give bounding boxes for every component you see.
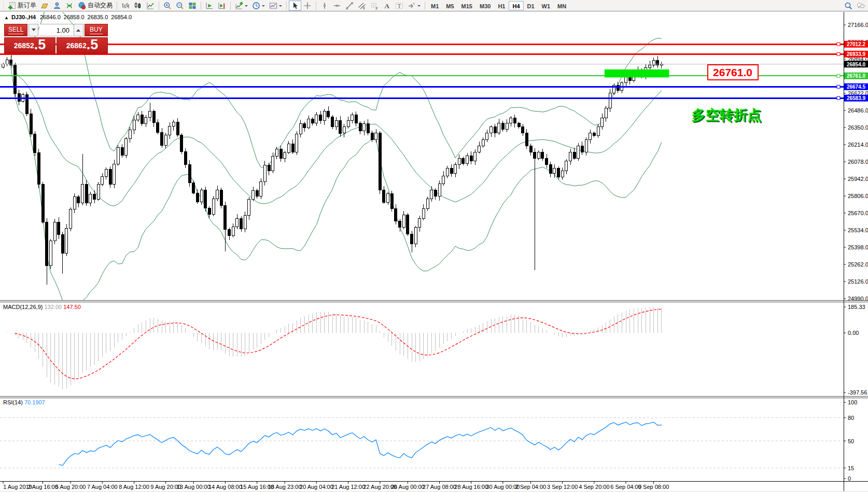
- toolbar-separator: [159, 2, 159, 10]
- highlight-rectangle[interactable]: [605, 69, 669, 78]
- timeframe-m15-button[interactable]: M15: [458, 1, 476, 10]
- signals-button[interactable]: [63, 1, 76, 11]
- line-handle[interactable]: [837, 43, 840, 46]
- timeframe-d1-button[interactable]: D1: [524, 1, 538, 10]
- sell-button[interactable]: SELL: [4, 24, 27, 36]
- timeframe-m1-button[interactable]: M1: [427, 1, 442, 10]
- fibonacci-icon: F: [370, 2, 379, 10]
- hline-icon: [333, 2, 341, 10]
- volume-down-icon: [32, 29, 36, 33]
- annotation-text[interactable]: 多空转折点多空转折点: [692, 107, 763, 124]
- svg-text:0.00: 0.00: [848, 330, 859, 336]
- buy-button[interactable]: BUY: [85, 24, 108, 36]
- ohlc-low: 26835.0: [88, 14, 108, 20]
- svg-text:26854.0: 26854.0: [847, 62, 866, 67]
- toolbar: 新订单自动交易EFATM1M5M15M30H1H4D1W1MN: [0, 0, 868, 11]
- line-chart-button[interactable]: [144, 1, 157, 11]
- chart-area[interactable]: 26761.0多空转折点多空转折点MACD(12,26,9) 132.00 14…: [0, 12, 868, 492]
- svg-text:2 Aug 16:00: 2 Aug 16:00: [27, 484, 58, 490]
- timeframe-m5-button[interactable]: M5: [442, 1, 457, 10]
- toolbar-separator: [230, 2, 231, 10]
- line-handle[interactable]: [837, 85, 840, 88]
- sell-price[interactable]: 26852.5: [4, 37, 55, 53]
- search-icon: [844, 2, 852, 10]
- timeframe-h4-button[interactable]: H4: [509, 1, 523, 10]
- timeframe-m30-button[interactable]: M30: [476, 1, 494, 10]
- svg-text:15: 15: [848, 465, 854, 471]
- svg-text:-397.56: -397.56: [848, 389, 867, 396]
- zoom-in-button[interactable]: [161, 1, 174, 11]
- toolbar-separator: [425, 2, 425, 10]
- timeframe-mn-button[interactable]: MN: [554, 1, 570, 10]
- ohlc-high: 26858.0: [64, 14, 85, 20]
- text-button[interactable]: A: [381, 1, 393, 11]
- candlestick-chart-button[interactable]: [132, 1, 144, 11]
- dropdown-caret-icon: [417, 5, 421, 8]
- periods-button[interactable]: [250, 1, 267, 11]
- axis-price-label: 27012.2: [844, 41, 868, 48]
- templates-icon: [269, 2, 277, 10]
- svg-text:18 Aug 23:00: 18 Aug 23:00: [268, 484, 302, 490]
- svg-text:2 Sep 04:00: 2 Sep 04:00: [515, 484, 546, 490]
- line-handle[interactable]: [837, 74, 840, 77]
- charts-button[interactable]: [38, 1, 51, 11]
- search-button[interactable]: [842, 1, 855, 11]
- price-callout[interactable]: 26761.0: [708, 65, 758, 80]
- buy-price[interactable]: 26862.5: [57, 37, 108, 53]
- new-order-icon: [8, 2, 16, 10]
- text-label-button[interactable]: T: [393, 1, 405, 11]
- axis-price-label: 26761.0: [844, 73, 868, 79]
- line-icon: [146, 2, 155, 10]
- equidistant-channel-button[interactable]: E: [356, 1, 368, 11]
- svg-text:F: F: [376, 6, 378, 10]
- dropdown-caret-icon: [279, 5, 282, 8]
- bar-chart-button[interactable]: [119, 1, 132, 11]
- svg-text:4 Sep 20:00: 4 Sep 20:00: [579, 484, 609, 490]
- svg-text:5 Aug 20:00: 5 Aug 20:00: [55, 484, 86, 490]
- axis-price-label: 26854.0: [844, 61, 868, 67]
- chart-title: ▲DJ30-,H426846.026858.026835.026854.0: [4, 14, 135, 20]
- line-handle[interactable]: [837, 96, 840, 100]
- fibonacci-button[interactable]: F: [368, 1, 381, 11]
- bars-icon: [121, 2, 130, 10]
- line-handle[interactable]: [837, 52, 840, 55]
- cursor-icon: [291, 2, 299, 10]
- vertical-line-button[interactable]: [318, 1, 331, 11]
- svg-text:13 Aug 00:00: 13 Aug 00:00: [177, 484, 211, 490]
- profiles-button[interactable]: [51, 1, 63, 11]
- chat-button[interactable]: [855, 1, 867, 11]
- chart-shift-button[interactable]: [216, 1, 228, 11]
- zoom-out-button[interactable]: [174, 1, 186, 11]
- volume-input[interactable]: [39, 24, 73, 36]
- horizontal-line-button[interactable]: [331, 1, 343, 11]
- svg-text:26761.0: 26761.0: [713, 66, 752, 78]
- price-chart[interactable]: 26761.0多空转折点多空转折点MACD(12,26,9) 132.00 14…: [0, 12, 868, 492]
- svg-text:25398.0: 25398.0: [848, 244, 868, 250]
- timeframe-h1-button[interactable]: H1: [494, 1, 509, 10]
- toolbar-separator: [117, 2, 117, 10]
- cursor-button[interactable]: [289, 1, 301, 11]
- indicators-button[interactable]: [233, 1, 250, 11]
- svg-text:26761.0: 26761.0: [847, 73, 866, 79]
- text-icon: A: [383, 2, 391, 10]
- svg-text:25126.0: 25126.0: [848, 278, 868, 285]
- trendline-button[interactable]: [343, 1, 356, 11]
- timeframe-w1-button[interactable]: W1: [538, 1, 554, 10]
- new-order-button[interactable]: 新订单: [6, 1, 38, 11]
- svg-text:T: T: [398, 3, 401, 9]
- svg-text:14 Aug 08:00: 14 Aug 08:00: [208, 484, 242, 490]
- templates-button[interactable]: [267, 1, 284, 11]
- arrows-button[interactable]: [405, 1, 423, 11]
- volume-decrease-button[interactable]: [29, 24, 38, 36]
- crosshair-button[interactable]: [301, 1, 314, 11]
- svg-text:A: A: [385, 2, 390, 10]
- vline-icon: [320, 2, 329, 10]
- collapse-icon[interactable]: ▲: [4, 15, 9, 20]
- svg-text:多空转折点: 多空转折点: [692, 107, 762, 123]
- auto-scroll-button[interactable]: [203, 1, 216, 11]
- svg-text:25534.0: 25534.0: [848, 227, 868, 233]
- autotrading-button[interactable]: 自动交易: [76, 1, 115, 11]
- macd-label: MACD(12,26,9) 132.00 147.50: [3, 304, 81, 310]
- volume-increase-button[interactable]: [74, 24, 83, 36]
- tile-windows-button[interactable]: [186, 1, 199, 11]
